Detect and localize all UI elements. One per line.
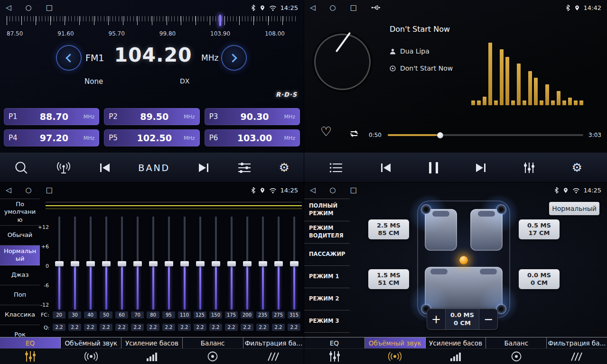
eq-preset-item[interactable]: Классика xyxy=(0,305,40,325)
rear-right-delay-button[interactable]: 0.0 MS 0 CM xyxy=(519,269,560,289)
next-station-button[interactable] xyxy=(197,163,210,173)
nav-back-icon[interactable]: ◁ xyxy=(6,4,11,11)
settings-gear-icon[interactable]: ⚙ xyxy=(279,162,289,173)
eq-preset-item[interactable]: Нормальный xyxy=(0,246,40,265)
nav-back-icon[interactable]: ◁ xyxy=(310,4,316,11)
preset-button[interactable]: P5 102.50 MHz xyxy=(104,129,199,146)
increase-delay-button[interactable]: + xyxy=(427,309,445,329)
audio-settings-tab[interactable]: Усиление басов xyxy=(121,337,182,348)
preset-button[interactable]: P2 89.50 MHz xyxy=(104,108,199,125)
audio-settings-tab[interactable]: EQ xyxy=(0,337,61,348)
rear-left-delay-button[interactable]: 1.5 MS 51 CM xyxy=(368,269,409,289)
tune-up-button[interactable] xyxy=(222,46,246,70)
tab-icon-eq[interactable] xyxy=(0,349,61,364)
nav-recents-icon[interactable]: □ xyxy=(46,4,53,11)
front-right-delay-button[interactable]: 0.5 MS 17 CM xyxy=(519,219,560,239)
tab-icon-eq[interactable] xyxy=(304,349,365,364)
eq-band-slider[interactable] xyxy=(208,217,224,309)
settings-gear-icon[interactable]: ⚙ xyxy=(572,162,582,173)
nav-home-icon[interactable]: ○ xyxy=(330,187,336,194)
sound-mode-item[interactable]: РЕЖИМ 1 xyxy=(304,266,350,288)
nav-recents-icon[interactable]: □ xyxy=(46,187,53,194)
band-button[interactable]: BAND xyxy=(138,163,170,173)
slider-handle[interactable] xyxy=(118,261,126,266)
progress-knob[interactable] xyxy=(437,132,443,138)
nav-home-icon[interactable]: ○ xyxy=(26,187,32,194)
audio-settings-tab[interactable]: Фильтрация ба... xyxy=(243,337,304,348)
eq-band-slider[interactable] xyxy=(51,217,67,309)
eq-band-slider[interactable] xyxy=(161,217,177,309)
audio-settings-tab[interactable]: EQ xyxy=(304,337,365,348)
preset-button[interactable]: P4 97.20 MHz xyxy=(4,129,99,146)
eq-band-slider[interactable] xyxy=(177,217,192,309)
slider-handle[interactable] xyxy=(102,261,111,266)
tab-icon-surround[interactable] xyxy=(365,349,426,364)
slider-handle[interactable] xyxy=(165,261,173,266)
slider-handle[interactable] xyxy=(274,261,283,266)
front-left-delay-button[interactable]: 2.5 MS 85 CM xyxy=(368,219,409,239)
tab-icon-surround[interactable] xyxy=(61,349,121,364)
eq-band-slider[interactable] xyxy=(114,217,130,309)
sound-mode-item[interactable]: РЕЖИМ 3 xyxy=(304,310,350,333)
audio-settings-tab[interactable]: Фильтрация ба... xyxy=(547,337,607,348)
eq-band-slider[interactable] xyxy=(271,217,286,309)
tab-icon-balance[interactable] xyxy=(486,349,547,364)
broadcast-button[interactable] xyxy=(56,162,71,174)
audio-settings-tab[interactable]: Баланс xyxy=(183,337,243,348)
eq-settings-button[interactable] xyxy=(237,162,252,173)
tuner-needle[interactable] xyxy=(219,15,221,26)
nav-back-icon[interactable]: ◁ xyxy=(310,187,316,194)
tab-icon-balance[interactable] xyxy=(182,349,243,364)
slider-handle[interactable] xyxy=(86,261,95,266)
tab-icon-bass-boost[interactable] xyxy=(121,349,182,364)
slider-handle[interactable] xyxy=(243,261,252,266)
listening-position-marker[interactable] xyxy=(459,256,468,264)
audio-settings-tab[interactable]: Объёмный звук xyxy=(61,337,121,348)
sound-mode-item[interactable]: ПАССАЖИР xyxy=(304,244,350,266)
tab-icon-bass-boost[interactable] xyxy=(425,349,486,364)
repeat-button[interactable] xyxy=(348,129,360,138)
eq-band-slider[interactable] xyxy=(255,217,271,309)
preset-button[interactable]: P3 90.30 MHz xyxy=(205,108,300,125)
eq-band-slider[interactable] xyxy=(98,217,114,309)
eq-preset-item[interactable]: По умолчанию xyxy=(0,199,40,226)
sound-mode-item[interactable]: ПОЛНЫЙ РЕЖИМ xyxy=(304,199,350,221)
normal-mode-button[interactable]: Нормальный xyxy=(549,202,599,215)
preset-button[interactable]: P6 103.00 MHz xyxy=(205,129,300,146)
audio-settings-tab[interactable]: Объёмный звук xyxy=(365,337,426,348)
eq-band-slider[interactable] xyxy=(83,217,98,309)
pause-button[interactable] xyxy=(429,162,438,173)
nav-home-icon[interactable]: ○ xyxy=(26,4,32,11)
audio-settings-tab[interactable]: Усиление басов xyxy=(426,337,486,348)
slider-handle[interactable] xyxy=(133,261,142,266)
playlist-button[interactable] xyxy=(329,162,343,173)
nav-back-icon[interactable]: ◁ xyxy=(6,187,11,194)
tuner-scale[interactable] xyxy=(7,16,297,27)
eq-band-slider[interactable] xyxy=(224,217,239,309)
slider-handle[interactable] xyxy=(71,261,79,266)
front-left-speaker-icon[interactable] xyxy=(422,205,430,214)
slider-handle[interactable] xyxy=(290,261,299,266)
eq-band-slider[interactable] xyxy=(239,217,255,309)
progress-bar[interactable] xyxy=(388,134,583,136)
eq-band-slider[interactable] xyxy=(286,217,302,309)
audio-settings-tab[interactable]: Баланс xyxy=(486,337,547,348)
rear-right-speaker-icon[interactable] xyxy=(497,305,505,313)
nav-recents-icon[interactable]: □ xyxy=(350,4,357,11)
slider-handle[interactable] xyxy=(227,261,236,266)
eq-preset-item[interactable]: Поп xyxy=(0,285,40,305)
slider-handle[interactable] xyxy=(55,261,64,266)
tab-icon-filter[interactable] xyxy=(243,349,304,364)
sound-mode-item[interactable]: РЕЖИМ ВОДИТЕЛЯ xyxy=(304,221,350,244)
eq-band-slider[interactable] xyxy=(130,217,145,309)
slider-handle[interactable] xyxy=(180,261,189,266)
front-right-speaker-icon[interactable] xyxy=(497,205,505,214)
previous-track-button[interactable] xyxy=(380,163,392,173)
slider-handle[interactable] xyxy=(149,261,158,266)
favorite-button[interactable]: ♡ xyxy=(320,125,332,138)
next-track-button[interactable] xyxy=(475,163,487,173)
sound-mode-item[interactable]: РЕЖИМ 2 xyxy=(304,288,350,310)
eq-preset-item[interactable]: Джаз xyxy=(0,265,40,285)
eq-preset-item[interactable]: Обычай xyxy=(0,226,40,246)
eq-band-slider[interactable] xyxy=(145,217,161,309)
